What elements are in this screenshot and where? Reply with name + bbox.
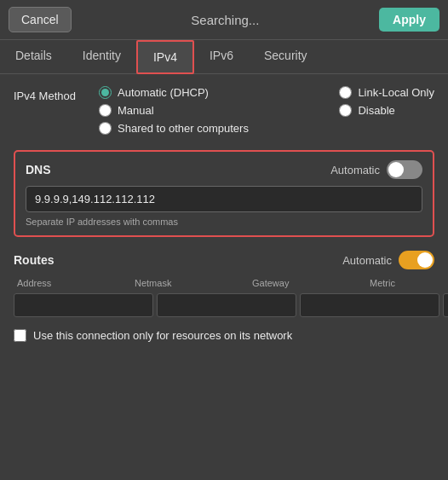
method-automatic-label: Automatic (DHCP) — [118, 86, 209, 99]
tab-security[interactable]: Security — [249, 40, 323, 73]
method-automatic-radio[interactable] — [99, 86, 112, 99]
routes-label: Routes — [14, 253, 54, 267]
route-metric-input[interactable] — [443, 293, 448, 317]
tab-ipv4[interactable]: IPv4 — [136, 40, 194, 74]
tab-ipv6[interactable]: IPv6 — [194, 40, 249, 73]
method-label: IPv4 Method — [14, 86, 99, 102]
method-shared[interactable]: Shared to other computers — [99, 122, 313, 135]
method-disable-label: Disable — [358, 104, 394, 117]
dns-input[interactable] — [26, 186, 422, 212]
col-gateway: Gateway — [249, 276, 363, 290]
cancel-button[interactable]: Cancel — [9, 7, 72, 32]
routes-toggle-slider — [399, 251, 434, 269]
col-metric: Metric — [366, 276, 434, 290]
dns-section: DNS Automatic Separate IP addresses with… — [14, 150, 434, 237]
method-manual-label: Manual — [118, 104, 154, 117]
routes-section: Routes Automatic Address Netmask Gateway… — [14, 251, 434, 317]
dns-auto-toggle[interactable] — [387, 160, 422, 179]
dns-label: DNS — [26, 163, 51, 176]
route-gateway-input[interactable] — [300, 293, 439, 317]
header: Cancel Searching... Apply — [0, 0, 448, 40]
dns-auto-label: Automatic — [330, 164, 380, 176]
method-disable[interactable]: Disable — [339, 104, 434, 117]
method-automatic[interactable]: Automatic (DHCP) — [99, 86, 313, 99]
routes-auto-toggle[interactable] — [399, 251, 434, 269]
route-row — [14, 293, 434, 317]
method-link-local[interactable]: Link-Local Only — [339, 86, 434, 99]
dns-auto-row: Automatic — [330, 160, 422, 179]
method-shared-radio[interactable] — [99, 122, 112, 135]
route-address-input[interactable] — [14, 293, 153, 317]
tabs: Details Identity IPv4 IPv6 Security — [0, 40, 448, 74]
method-shared-label: Shared to other computers — [118, 122, 249, 135]
tab-details[interactable]: Details — [0, 40, 67, 73]
method-link-local-radio[interactable] — [339, 86, 352, 99]
method-disable-radio[interactable] — [339, 104, 352, 117]
header-title: Searching... — [191, 13, 259, 27]
dns-hint: Separate IP addresses with commas — [26, 217, 422, 227]
method-manual[interactable]: Manual — [99, 104, 313, 117]
ipv4-content: IPv4 Method Automatic (DHCP) Manual Shar… — [0, 74, 448, 354]
col-address: Address — [14, 276, 128, 290]
connection-only-row: Use this connection only for resources o… — [14, 329, 434, 342]
col-netmask: Netmask — [131, 276, 245, 290]
routes-column-headers: Address Netmask Gateway Metric — [14, 276, 434, 290]
ipv4-method-section: IPv4 Method Automatic (DHCP) Manual Shar… — [14, 86, 434, 135]
method-options-right: Link-Local Only Disable — [339, 86, 434, 117]
routes-auto-row: Automatic — [342, 251, 434, 269]
method-options-left: Automatic (DHCP) Manual Shared to other … — [99, 86, 313, 135]
dns-header: DNS Automatic — [26, 160, 422, 179]
connection-only-label: Use this connection only for resources o… — [33, 329, 292, 342]
dns-toggle-slider — [387, 160, 422, 179]
method-manual-radio[interactable] — [99, 104, 112, 117]
apply-button[interactable]: Apply — [379, 8, 439, 32]
routes-header: Routes Automatic — [14, 251, 434, 269]
tab-identity[interactable]: Identity — [67, 40, 136, 73]
connection-only-checkbox[interactable] — [14, 329, 26, 342]
method-link-local-label: Link-Local Only — [358, 86, 434, 99]
route-netmask-input[interactable] — [157, 293, 296, 317]
routes-auto-label: Automatic — [342, 254, 392, 267]
